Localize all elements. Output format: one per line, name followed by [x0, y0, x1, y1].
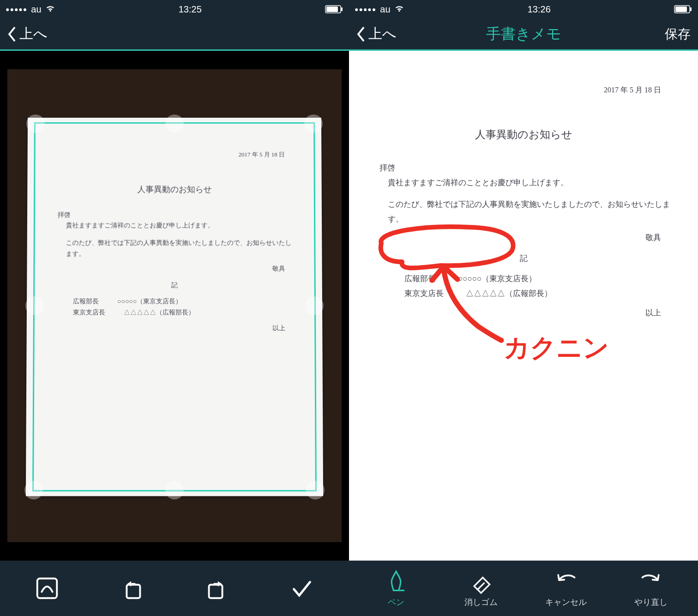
doc-closing: 敬具	[54, 263, 285, 274]
back-button[interactable]: 上へ	[7, 24, 48, 43]
wifi-icon	[45, 3, 55, 16]
doc-date: 2017 年 5 月 18 日	[377, 83, 661, 97]
svg-rect-3	[37, 579, 57, 598]
table-row: 広報部長○○○○○（東京支店長）	[404, 272, 670, 286]
right-screenshot: ●●●●● au 13:26 上へ 手書きメモ 保存 2017 年 5 月 18…	[349, 0, 698, 616]
back-button[interactable]: 上へ	[356, 24, 397, 43]
page-title: 手書きメモ	[486, 24, 561, 44]
doc-greeting: 拝啓	[58, 210, 294, 221]
status-time: 13:26	[528, 4, 551, 15]
status-time: 13:25	[179, 4, 202, 15]
crop-handle-top-right[interactable]	[304, 115, 323, 133]
signal-strength-icon: ●●●●●	[6, 6, 27, 13]
document-content: 2017 年 5 月 18 日 人事異動のお知らせ 拝啓 貴社ますますご清祥のこ…	[26, 118, 323, 496]
confirm-button[interactable]	[279, 575, 325, 602]
battery-icon	[325, 5, 343, 13]
rotate-left-button[interactable]	[109, 575, 155, 602]
crop-handle-left[interactable]	[25, 296, 44, 315]
signal-strength-icon: ●●●●●	[355, 6, 376, 13]
doc-closing: 敬具	[377, 230, 661, 245]
table-row: 東京支店長△△△△△（広報部長）	[73, 307, 295, 318]
crop-handle-bottom-left[interactable]	[24, 481, 43, 499]
tool-label: キャンセル	[545, 597, 587, 608]
status-bar: ●●●●● au 13:25	[0, 0, 349, 18]
doc-greeting-body: 貴社ますますご清祥のこととお慶び申し上げます。	[66, 220, 295, 231]
status-bar: ●●●●● au 13:26	[349, 0, 698, 18]
doc-subheader: 記	[377, 251, 670, 266]
tool-label: ペン	[388, 597, 404, 608]
battery-icon	[674, 5, 692, 13]
doc-subheader: 記	[54, 280, 295, 291]
carrier-label: au	[380, 4, 390, 15]
eraser-tool-button[interactable]: 消しゴム	[458, 569, 504, 608]
svg-rect-4	[126, 585, 140, 598]
doc-table: 広報部長○○○○○（東京支店長） 東京支店長△△△△△（広報部長）	[73, 296, 295, 318]
redo-button[interactable]: やり直し	[628, 569, 674, 608]
tool-label: やり直し	[634, 597, 668, 608]
doc-title: 人事異動のお知らせ	[377, 125, 670, 145]
bottom-toolbar	[0, 561, 349, 616]
wifi-icon	[394, 3, 404, 16]
svg-rect-8	[690, 7, 692, 11]
crop-handle-top[interactable]	[165, 115, 184, 133]
doc-table: 広報部長○○○○○（東京支店長） 東京支店長△△△△△（広報部長）	[404, 272, 670, 302]
table-row: 東京支店長△△△△△（広報部長）	[404, 286, 670, 301]
doc-body: このたび、弊社では下記の人事異動を実施いたしましたので、お知らせいたします。	[66, 238, 294, 260]
bottom-toolbar: ペン 消しゴム キャンセル やり直し	[349, 561, 698, 616]
svg-rect-2	[341, 7, 343, 11]
doc-date: 2017 年 5 月 18 日	[55, 150, 284, 160]
left-screenshot: ●●●●● au 13:25 上へ 2017 年 5 月 18 日 人事異動のお…	[0, 0, 349, 616]
crop-handle-right[interactable]	[305, 296, 324, 315]
crop-handle-top-left[interactable]	[26, 115, 45, 133]
back-label: 上へ	[19, 24, 48, 43]
rotate-right-button[interactable]	[194, 575, 240, 602]
svg-rect-7	[675, 6, 687, 12]
crop-handle-bottom[interactable]	[165, 481, 184, 499]
doc-greeting-body: 貴社ますますご清祥のこととお慶び申し上げます。	[388, 175, 670, 190]
crop-handle-bottom-right[interactable]	[306, 481, 325, 499]
table-row: 広報部長○○○○○（東京支店長）	[73, 296, 295, 307]
nav-bar: 上へ	[0, 18, 349, 51]
auto-crop-button[interactable]	[24, 575, 70, 602]
back-label: 上へ	[368, 24, 397, 43]
svg-rect-1	[326, 6, 338, 12]
doc-footer: 以上	[377, 306, 661, 320]
save-button[interactable]: 保存	[665, 25, 691, 43]
nav-bar: 上へ 手書きメモ 保存	[349, 18, 698, 51]
doc-greeting: 拝啓	[379, 161, 670, 175]
doc-footer: 以上	[54, 323, 285, 334]
captured-document: 2017 年 5 月 18 日 人事異動のお知らせ 拝啓 貴社ますますご清祥のこ…	[26, 118, 323, 496]
svg-rect-5	[209, 585, 223, 598]
tool-label: 消しゴム	[464, 597, 498, 608]
editor-viewport[interactable]: 2017 年 5 月 18 日 人事異動のお知らせ 拝啓 貴社ますますご清祥のこ…	[349, 51, 698, 561]
carrier-label: au	[31, 4, 41, 15]
doc-title: 人事異動のお知らせ	[55, 182, 294, 196]
scan-viewport[interactable]: 2017 年 5 月 18 日 人事異動のお知らせ 拝啓 貴社ますますご清祥のこ…	[0, 51, 349, 561]
pen-tool-button[interactable]: ペン	[373, 569, 419, 608]
document-content: 2017 年 5 月 18 日 人事異動のお知らせ 拝啓 貴社ますますご清祥のこ…	[349, 51, 698, 561]
cancel-button[interactable]: キャンセル	[543, 569, 589, 608]
doc-body: このたび、弊社では下記の人事異動を実施いたしましたので、お知らせいたします。	[388, 197, 670, 227]
